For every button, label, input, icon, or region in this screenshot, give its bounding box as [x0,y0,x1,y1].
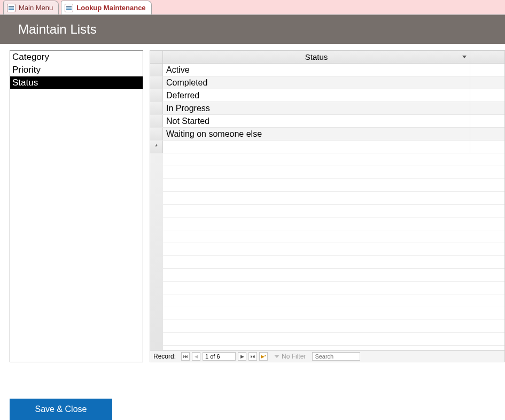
cell-status[interactable] [163,141,470,153]
record-navigator: Record: ⏮ ◀ ▶ ⏭ ▶* No Filter [150,350,504,362]
column-header-label: Status [305,52,328,61]
row-selector[interactable] [150,64,163,76]
datasheet: Status Active Completed De [150,50,505,362]
funnel-icon [274,355,279,358]
row-selector[interactable] [150,89,163,102]
cell-status[interactable]: Deferred [163,89,470,102]
column-header-blank [470,51,504,63]
datasheet-body: Active Completed Deferred In Progress [150,64,504,350]
tab-lookup-maintenance[interactable]: Lookup Maintenance [61,1,151,14]
form-icon [7,4,15,12]
column-header-status[interactable]: Status [163,51,470,63]
nav-first-button[interactable]: ⏮ [181,352,190,361]
nav-prev-button[interactable]: ◀ [192,352,200,361]
new-record-marker: * [150,141,163,153]
cell-status[interactable]: Waiting on someone else [163,128,470,140]
record-position-input[interactable] [203,352,236,361]
nav-next-button[interactable]: ▶ [238,352,246,361]
table-row[interactable]: Completed [150,76,504,89]
nav-first-icon: ⏮ [183,354,188,359]
footer: Save & Close [0,384,505,420]
tab-main-menu[interactable]: Main Menu [3,1,59,14]
nav-prev-icon: ◀ [195,354,198,359]
page-banner: Maintain Lists [0,15,505,44]
list-selector: Category Priority Status [10,50,143,362]
filter-label: No Filter [282,353,306,360]
tab-label: Lookup Maintenance [76,4,145,12]
nav-last-button[interactable]: ⏭ [248,352,257,361]
row-selector[interactable] [150,115,163,127]
nav-next-icon: ▶ [240,354,244,359]
table-row[interactable]: Not Started [150,115,504,128]
tab-label: Main Menu [19,4,53,12]
nav-last-icon: ⏭ [251,354,255,359]
nav-new-icon: ▶* [261,354,267,359]
tab-strip: Main Menu Lookup Maintenance [0,0,505,15]
cell-status[interactable]: Completed [163,76,470,89]
list-item-priority[interactable]: Priority [10,64,143,76]
list-item-category[interactable]: Category [10,51,143,64]
cell-status[interactable]: In Progress [163,102,470,114]
column-dropdown-icon[interactable] [462,56,467,58]
page-title: Maintain Lists [18,22,97,37]
table-row[interactable]: Waiting on someone else [150,128,504,141]
table-row[interactable]: Deferred [150,89,504,102]
table-row[interactable]: Active [150,64,504,76]
datasheet-header: Status [150,51,504,64]
table-row[interactable]: In Progress [150,102,504,115]
datasheet-filler [150,153,504,350]
form-icon [65,4,73,12]
save-close-button[interactable]: Save & Close [10,399,112,420]
search-input[interactable] [312,352,360,361]
row-selector[interactable] [150,128,163,140]
list-item-status[interactable]: Status [10,76,143,89]
filter-indicator[interactable]: No Filter [274,353,306,360]
nav-new-button[interactable]: ▶* [259,352,268,361]
cell-status[interactable]: Active [163,64,470,76]
row-selector[interactable] [150,76,163,89]
row-selector[interactable] [150,102,163,114]
select-all-cell[interactable] [150,51,163,63]
new-record-row[interactable]: * [150,141,504,153]
cell-status[interactable]: Not Started [163,115,470,127]
record-label: Record: [153,353,176,360]
